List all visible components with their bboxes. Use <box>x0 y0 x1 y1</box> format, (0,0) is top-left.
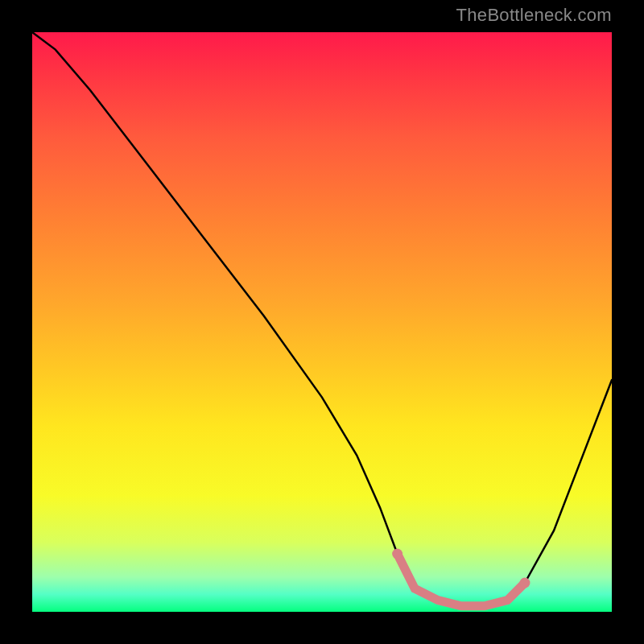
curve-svg <box>32 32 612 612</box>
watermark-text: TheBottleneck.com <box>456 5 612 26</box>
bottleneck-curve <box>32 32 612 606</box>
optimal-range-end-dot <box>520 578 530 588</box>
optimal-range-highlight <box>398 554 525 606</box>
plot-area <box>32 32 612 612</box>
chart-container: TheBottleneck.com <box>0 0 644 644</box>
optimal-range-start-dot <box>392 549 402 559</box>
